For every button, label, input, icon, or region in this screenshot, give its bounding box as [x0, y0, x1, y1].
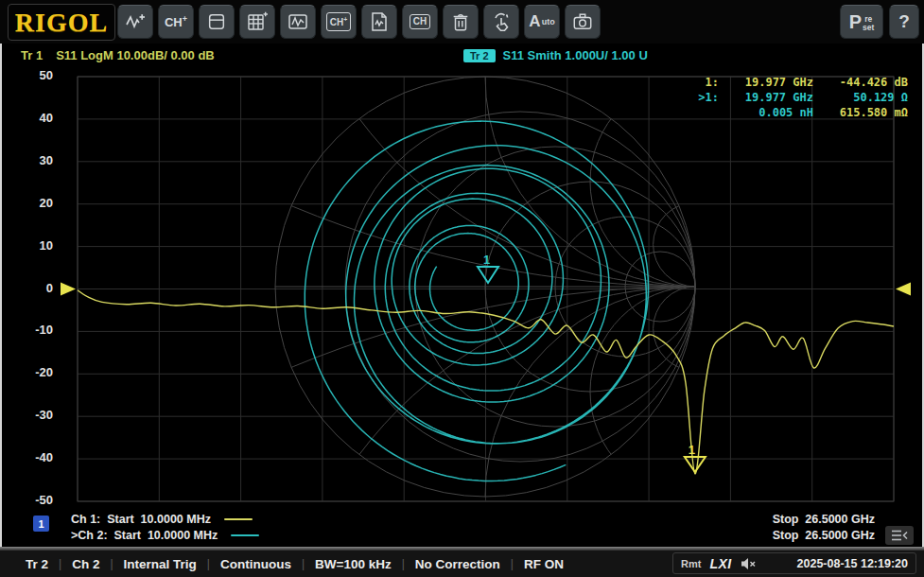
marker-table-button[interactable] — [239, 5, 275, 39]
y-axis-tick: 10 — [0, 238, 53, 253]
y-axis-tick: -30 — [0, 408, 53, 422]
touch-icon — [490, 10, 513, 33]
svg-text:1: 1 — [689, 443, 695, 457]
svg-text:1: 1 — [483, 253, 490, 267]
camera-icon — [571, 11, 594, 32]
marker-readout-cell: -44.426 dB — [813, 75, 908, 90]
toolbar: RIGOL CH+CH+CHAuto P re set ? — [0, 0, 924, 44]
marker-readout-cell: >1: — [667, 90, 719, 105]
toolbar-buttons: CH+CH+CHAuto — [117, 5, 601, 39]
save-trace-button[interactable] — [361, 5, 397, 39]
layout-icon — [206, 11, 227, 32]
status-item[interactable]: No Correction — [405, 557, 511, 571]
mute-speaker-icon[interactable] — [741, 557, 757, 570]
trace-window-button[interactable] — [280, 5, 316, 39]
trace2-marker[interactable]: 1 — [478, 253, 498, 283]
marker-readout-cell: 50.129 Ω — [813, 90, 908, 105]
toolbar-right: P re set ? — [840, 5, 919, 39]
add-channel-button[interactable]: CH+ — [158, 5, 194, 39]
screenshot-button[interactable] — [565, 5, 601, 39]
status-right: Rmt LXI 2025-08-15 12:19:20 — [672, 552, 916, 574]
window-layout-button[interactable] — [199, 5, 235, 39]
channel-legend: Ch 1: Start 10.0000 MHz>Ch 2: Start 10.0… — [71, 511, 259, 543]
add-trace-button[interactable] — [117, 5, 153, 39]
delete-button[interactable] — [443, 5, 479, 39]
help-icon: ? — [898, 11, 910, 32]
trace-window-icon — [287, 10, 309, 33]
trace1-marker[interactable]: 1 — [685, 443, 706, 472]
trace-color-sample — [231, 534, 259, 536]
y-axis-tick: 40 — [0, 111, 53, 125]
status-bar: Tr 2|Ch 2|Internal Trig|Continuous|BW=10… — [0, 551, 924, 577]
touch-button[interactable] — [483, 5, 519, 39]
preset-icon: P re set — [849, 11, 875, 33]
y-axis-tick: -10 — [0, 323, 53, 337]
marker-readout: 1:19.977 GHz-44.426 dB>1:19.977 GHz50.12… — [667, 75, 908, 120]
stop-frequency: Stop 26.5000 GHz — [773, 527, 875, 543]
y-axis-tick: -20 — [0, 365, 53, 379]
marker-readout-cell: 19.977 GHz — [719, 75, 813, 90]
menu-expand-button[interactable] — [885, 526, 914, 545]
menu-collapse-icon — [890, 529, 909, 542]
channel-legend-row[interactable]: >Ch 2: Start 10.0000 MHz — [71, 527, 259, 543]
auto-scale-button[interactable]: Auto — [524, 5, 560, 39]
status-item[interactable]: BW=100 kHz — [305, 557, 402, 571]
trace2-info[interactable]: Tr 2 S11 Smith 1.000U/ 1.00 U — [463, 48, 648, 62]
y-axis-tick: -50 — [0, 493, 53, 507]
trace1-info[interactable]: Tr 1S11 LogM 10.00dB/ 0.00 dB — [21, 48, 215, 62]
status-item[interactable]: Ch 2 — [61, 557, 110, 571]
ref-level-marker-left[interactable] — [61, 283, 76, 296]
vna-screen: 11 RIGOL CH+CH+CHAuto P re set ? Tr 1S11… — [0, 0, 924, 577]
marker-readout-cell: 0.005 nH — [719, 105, 813, 120]
preset-button[interactable]: P re set — [840, 5, 883, 39]
y-axis-tick: 0 — [0, 281, 53, 295]
y-axis-tick: -40 — [0, 450, 53, 464]
y-axis-tick: 20 — [0, 196, 53, 210]
table-plus-icon — [246, 10, 269, 33]
ref-level-marker-right[interactable] — [896, 283, 911, 296]
stop-frequency: Stop 26.5000 GHz — [773, 511, 875, 527]
marker-readout-cell: 19.977 GHz — [719, 90, 813, 105]
remote-indicator: Rmt — [681, 558, 701, 569]
y-axis-tick: 30 — [0, 153, 53, 167]
y-axis-tick: 50 — [0, 68, 53, 82]
trace-info-bar: Tr 1S11 LogM 10.00dB/ 0.00 dB Tr 2 S11 S… — [0, 45, 924, 66]
status-item[interactable]: Internal Trig — [113, 557, 207, 571]
recall-channel-button[interactable]: CH — [402, 5, 438, 39]
status-item[interactable]: RF ON — [514, 557, 574, 571]
marker-readout-cell — [667, 105, 719, 120]
lxi-indicator: LXI — [709, 556, 731, 571]
status-item[interactable]: Continuous — [210, 557, 302, 571]
help-button[interactable]: ? — [889, 5, 919, 39]
marker-readout-cell: 615.580 mΩ — [813, 105, 908, 120]
trace2-badge: Tr 2 — [463, 49, 496, 62]
marker-readout-cell: 1: — [667, 75, 719, 90]
status-item[interactable]: Tr 2 — [15, 557, 59, 571]
wave-plus-icon — [124, 10, 147, 33]
doc-wave-icon — [368, 10, 391, 33]
stop-frequency-column: Stop 26.5000 GHzStop 26.5000 GHz — [773, 511, 875, 543]
trash-icon — [450, 10, 471, 33]
new-channel-window-button[interactable]: CH+ — [321, 5, 357, 39]
datetime: 2025-08-15 12:19:20 — [797, 557, 908, 570]
rigol-logo: RIGOL — [8, 4, 115, 41]
channel-legend-row[interactable]: Ch 1: Start 10.0000 MHz — [71, 511, 259, 527]
trace-color-sample — [224, 518, 253, 520]
active-channel-badge[interactable]: 1 — [33, 516, 49, 532]
